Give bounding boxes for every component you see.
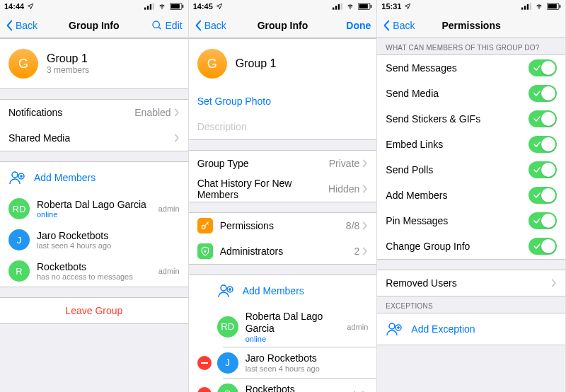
description-input[interactable]: Description [189, 114, 377, 139]
group-type-cell[interactable]: Group Type Private [189, 151, 377, 176]
member-row[interactable]: RRocketbotshas no access to messagesadmi… [189, 379, 377, 392]
administrators-value: 2 [354, 246, 360, 257]
member-row[interactable]: JJaro Rocketbotslast seen 4 hours ago [0, 224, 188, 255]
group-type-value: Private [329, 158, 360, 169]
back-button[interactable]: Back [195, 20, 226, 31]
svg-rect-26 [521, 8, 523, 10]
permission-toggle[interactable] [529, 59, 557, 76]
permission-toggle[interactable] [529, 161, 557, 178]
member-name: Rocketbots [246, 384, 347, 392]
add-exception-icon [386, 321, 403, 338]
svg-rect-19 [371, 5, 372, 8]
permission-label: Add Members [386, 190, 529, 201]
search-icon [151, 20, 163, 31]
edit-button[interactable]: Edit [151, 20, 183, 31]
permission-row: Pin Messages [377, 208, 565, 234]
remove-member-button[interactable] [197, 356, 212, 370]
permission-row: Send Stickers & GIFs [377, 106, 565, 132]
add-members-cell[interactable]: Add Members [189, 275, 377, 306]
chat-history-cell[interactable]: Chat History For New Members Hidden [189, 176, 377, 202]
member-tag: admin [347, 390, 368, 392]
permission-label: Send Messages [386, 62, 529, 74]
back-button[interactable]: Back [6, 20, 37, 31]
member-name: Jaro Rocketbots [246, 352, 369, 364]
permission-toggle[interactable] [529, 212, 557, 229]
permissions-header: WHAT CAN MEMBERS OF THIS GROUP DO? [377, 38, 565, 54]
set-group-photo-cell[interactable]: Set Group Photo [189, 88, 377, 114]
permission-row: Embed Links [377, 132, 565, 157]
group-avatar[interactable]: G [197, 49, 227, 79]
notifications-value: Enabled [134, 107, 171, 118]
permission-row: Send Media [377, 81, 565, 106]
check-icon [533, 217, 541, 225]
shield-icon [197, 243, 213, 259]
removed-users-cell[interactable]: Removed Users [377, 270, 565, 296]
notifications-cell[interactable]: Notifications Enabled [0, 100, 188, 125]
check-icon [533, 140, 541, 149]
chevron-right-icon [362, 247, 368, 255]
check-icon [533, 64, 541, 72]
add-members-label: Add Members [34, 172, 96, 183]
chevron-right-icon [362, 159, 368, 168]
administrators-cell[interactable]: Administrators 2 [189, 238, 377, 264]
group-name-input[interactable]: Group 1 [236, 57, 277, 70]
permission-row: Send Messages [377, 55, 565, 81]
permission-toggle[interactable] [529, 238, 557, 255]
member-row[interactable]: JJaro Rocketbotslast seen 4 hours ago [189, 347, 377, 379]
member-row[interactable]: RRocketbotshas no access to messagesadmi… [0, 255, 188, 287]
location-icon [27, 3, 34, 10]
status-bar: 14:45 [189, 0, 377, 13]
nav-bar: Back Group Info Done [189, 13, 377, 38]
wifi-icon [345, 3, 355, 10]
add-members-icon [8, 169, 25, 186]
member-avatar: J [217, 352, 238, 374]
chat-history-label: Chat History For New Members [197, 178, 328, 200]
nav-bar: Back Permissions [377, 13, 565, 38]
check-icon [533, 115, 541, 123]
key-icon [197, 218, 213, 234]
add-exception-cell[interactable]: Add Exception [377, 313, 565, 345]
group-name: Group 1 [47, 52, 89, 65]
permission-toggle[interactable] [529, 110, 557, 127]
signal-icon [144, 3, 154, 10]
status-time: 14:45 [193, 2, 213, 11]
chevron-right-icon [174, 134, 180, 142]
add-members-cell[interactable]: Add Members [0, 162, 188, 193]
permission-label: Pin Messages [386, 215, 529, 226]
status-bar: 15:31 [377, 0, 565, 13]
status-time: 14:44 [4, 2, 24, 11]
wifi-icon [534, 3, 544, 10]
back-label: Back [393, 20, 415, 31]
svg-rect-5 [171, 4, 179, 8]
member-status: online [246, 335, 347, 343]
location-icon [216, 3, 223, 10]
leave-group-button[interactable]: Leave Group [0, 298, 188, 323]
member-row[interactable]: RDRoberta Dal Lago Garciaonlineadmin [0, 193, 188, 224]
description-placeholder: Description [197, 121, 247, 132]
back-label: Back [16, 20, 37, 31]
svg-rect-13 [333, 8, 334, 10]
permissions-cell[interactable]: Permissions 8/8 [189, 213, 377, 238]
done-button[interactable]: Done [346, 20, 371, 31]
members-section: Add Members RDRoberta Dal Lago Garciaonl… [0, 161, 188, 287]
permission-label: Send Polls [386, 164, 529, 175]
permission-toggle[interactable] [529, 187, 557, 204]
check-icon [533, 166, 541, 174]
back-button[interactable]: Back [383, 20, 415, 31]
shared-media-cell[interactable]: Shared Media [0, 125, 188, 151]
svg-rect-14 [335, 6, 337, 9]
group-avatar: G [8, 49, 38, 79]
member-row[interactable]: RDRoberta Dal Lago Garciaonlineadmin [189, 306, 377, 347]
permission-label: Send Media [386, 88, 529, 99]
permission-toggle[interactable] [529, 136, 557, 153]
check-icon [533, 89, 541, 98]
permission-label: Send Stickers & GIFs [386, 113, 529, 125]
pane-permissions: 15:31 Back Permissions WHAT CAN MEMBERS … [377, 0, 566, 392]
svg-point-22 [221, 285, 226, 291]
svg-rect-28 [527, 4, 529, 10]
check-icon [533, 191, 541, 200]
status-bar: 14:44 [0, 0, 188, 13]
permission-toggle[interactable] [529, 85, 557, 102]
remove-member-button[interactable] [197, 387, 212, 392]
svg-point-7 [153, 21, 159, 28]
